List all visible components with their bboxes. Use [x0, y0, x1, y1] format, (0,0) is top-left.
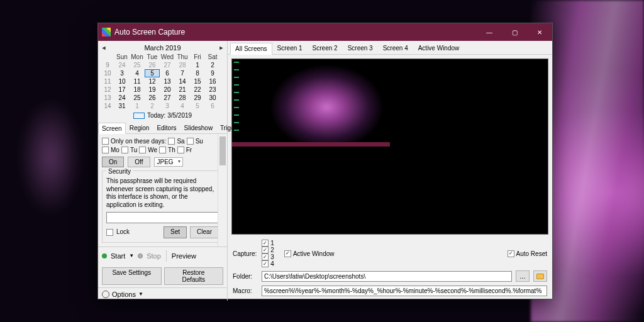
calendar-day[interactable]: 25	[130, 94, 145, 102]
clear-button[interactable]: Clear	[190, 226, 219, 238]
only-days-checkbox[interactable]	[102, 138, 109, 145]
lock-checkbox[interactable]	[106, 229, 113, 236]
calendar-day[interactable]: 28	[175, 94, 190, 102]
off-button[interactable]: Off	[128, 157, 150, 167]
calendar-day[interactable]: 13	[160, 77, 175, 86]
calendar-day[interactable]: 9	[205, 69, 220, 77]
calendar: ◄ March 2019 ► SunMonTueWedThuFriSat9242…	[98, 41, 227, 121]
auto-reset-checkbox[interactable]	[508, 250, 514, 257]
calendar-week: 12	[101, 86, 114, 94]
calendar-day[interactable]: 15	[190, 77, 205, 86]
close-button[interactable]: ✕	[527, 23, 552, 41]
passphrase-input[interactable]	[106, 212, 219, 223]
day-fr-checkbox[interactable]	[177, 147, 184, 153]
screen-tab-3[interactable]: Screen 3	[343, 42, 378, 54]
calendar-day[interactable]: 14	[175, 77, 190, 86]
screen-tab-5[interactable]: Active Window	[413, 42, 465, 54]
preview-screen-3[interactable]	[232, 147, 390, 235]
minimize-button[interactable]: —	[477, 23, 502, 41]
preview-screen-1[interactable]	[232, 59, 390, 147]
capture-1-checkbox[interactable]	[262, 240, 269, 247]
day-sa-checkbox[interactable]	[168, 138, 175, 145]
calendar-day[interactable]: 3	[114, 69, 130, 77]
stop-button[interactable]: Stop	[147, 252, 161, 260]
options-button[interactable]: Options ▼	[98, 287, 227, 301]
today-link[interactable]: Today: 3/5/2019	[101, 110, 225, 121]
calendar-dow: Sun	[114, 53, 130, 61]
browse-button[interactable]: …	[516, 270, 530, 282]
capture-4-checkbox[interactable]	[262, 260, 269, 267]
open-folder-button[interactable]	[533, 270, 547, 282]
calendar-day[interactable]: 24	[114, 61, 130, 69]
calendar-day[interactable]: 1	[130, 102, 145, 110]
calendar-day[interactable]: 28	[175, 61, 190, 69]
tab-region[interactable]: Region	[126, 122, 153, 133]
calendar-day[interactable]: 10	[114, 77, 130, 86]
screen-tab-2[interactable]: Screen 2	[308, 42, 343, 54]
calendar-day[interactable]: 2	[205, 61, 220, 69]
calendar-day[interactable]: 27	[160, 94, 175, 102]
calendar-day[interactable]: 22	[190, 86, 205, 94]
calendar-day[interactable]: 25	[130, 61, 145, 69]
calendar-day[interactable]: 24	[114, 94, 130, 102]
calendar-day[interactable]: 7	[175, 69, 190, 77]
screen-tab-0[interactable]: All Screens	[230, 43, 272, 55]
calendar-day[interactable]: 21	[175, 86, 190, 94]
tab-screen[interactable]: Screen	[98, 123, 126, 134]
preview-screen-2[interactable]	[391, 59, 548, 147]
maximize-button[interactable]: ▢	[502, 23, 527, 41]
calendar-day[interactable]: 29	[190, 94, 205, 102]
dropdown-icon[interactable]: ▼	[129, 253, 134, 258]
scrollbar[interactable]	[218, 134, 227, 247]
calendar-day[interactable]: 11	[130, 77, 145, 86]
screen-tab-1[interactable]: Screen 1	[272, 42, 308, 54]
calendar-day[interactable]: 6	[205, 102, 220, 110]
day-we-checkbox[interactable]	[139, 147, 146, 153]
tab-slideshow[interactable]: Slideshow	[180, 122, 217, 133]
calendar-day[interactable]: 16	[205, 77, 220, 86]
day-su-checkbox[interactable]	[187, 138, 194, 145]
calendar-dow: Fri	[190, 53, 205, 61]
calendar-day[interactable]: 1	[190, 61, 205, 69]
calendar-day[interactable]: 6	[160, 69, 175, 77]
calendar-day[interactable]: 18	[130, 86, 145, 94]
next-month-button[interactable]: ►	[218, 45, 225, 51]
calendar-day[interactable]: 4	[130, 69, 145, 77]
set-button[interactable]: Set	[164, 226, 187, 238]
capture-3-checkbox[interactable]	[262, 253, 269, 260]
restore-defaults-button[interactable]: Restore Defaults	[164, 267, 224, 285]
format-select[interactable]: JPEG	[154, 157, 183, 167]
calendar-day[interactable]: 19	[145, 86, 160, 94]
day-mo-checkbox[interactable]	[102, 147, 109, 153]
preview-button[interactable]: Preview	[172, 252, 196, 260]
calendar-day[interactable]: 31	[114, 102, 130, 110]
prev-month-button[interactable]: ◄	[101, 45, 107, 51]
calendar-day[interactable]: 23	[205, 86, 220, 94]
calendar-day[interactable]: 5	[145, 69, 160, 77]
folder-input[interactable]	[262, 271, 512, 282]
calendar-day[interactable]: 8	[190, 69, 205, 77]
start-button[interactable]: Start	[111, 252, 125, 260]
screen-tab-4[interactable]: Screen 4	[378, 42, 413, 54]
calendar-day[interactable]: 30	[205, 94, 220, 102]
calendar-day[interactable]: 2	[145, 102, 160, 110]
calendar-day[interactable]: 17	[114, 86, 130, 94]
capture-2-checkbox[interactable]	[262, 247, 269, 253]
calendar-day[interactable]: 27	[160, 61, 175, 69]
save-settings-button[interactable]: Save Settings	[102, 267, 162, 285]
macro-input[interactable]	[262, 286, 547, 296]
calendar-day[interactable]: 3	[160, 102, 175, 110]
day-th-checkbox[interactable]	[159, 147, 166, 153]
tab-editors[interactable]: Editors	[153, 122, 180, 133]
calendar-day[interactable]: 26	[145, 61, 160, 69]
preview-screen-4[interactable]	[391, 147, 548, 235]
titlebar[interactable]: Auto Screen Capture — ▢ ✕	[98, 23, 552, 41]
on-button[interactable]: On	[102, 157, 124, 167]
day-tu-checkbox[interactable]	[121, 147, 128, 153]
capture-active-window-checkbox[interactable]	[284, 250, 291, 257]
calendar-day[interactable]: 12	[145, 77, 160, 86]
calendar-day[interactable]: 20	[160, 86, 175, 94]
calendar-day[interactable]: 4	[175, 102, 190, 110]
calendar-day[interactable]: 5	[190, 102, 205, 110]
calendar-day[interactable]: 26	[145, 94, 160, 102]
